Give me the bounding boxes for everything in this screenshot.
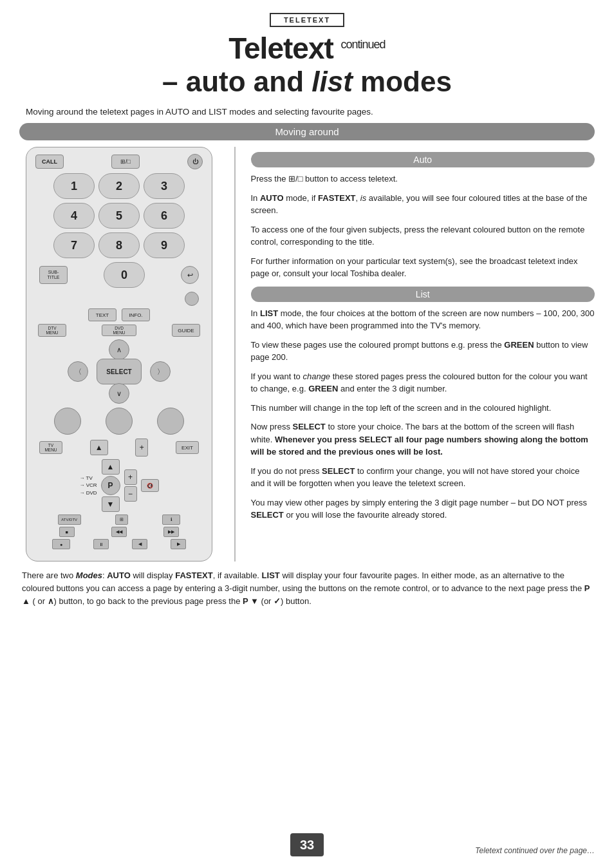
auto-text-section: Press the ⊞/□ button to access teletext.… (251, 173, 595, 280)
right-column: Auto Press the ⊞/□ button to access tele… (251, 147, 595, 561)
moving-around-banner: Moving around (19, 123, 595, 140)
return-button[interactable]: ↩ (181, 266, 199, 284)
nav-cross: ∧ 〈 SELECT 〉 ∨ (68, 339, 171, 404)
up-arrow-button[interactable]: ▲ (90, 440, 108, 455)
num-6-button[interactable]: 6 (144, 203, 185, 229)
teletext-label: TELETEXT (19, 13, 595, 27)
auto-para-2: In AUTO mode, if FASTEXT, is available, … (251, 192, 595, 217)
list-para-4: This number will change in the top left … (251, 402, 595, 415)
nav-up-button[interactable]: ∧ (109, 339, 129, 360)
num-3-button[interactable]: 3 (144, 173, 185, 199)
vcr-labels: → TV → VCR → DVD (79, 475, 97, 496)
info-button[interactable]: INFO. (122, 308, 150, 321)
num-9-button[interactable]: 9 (144, 232, 185, 258)
list-para-1: In LIST mode, the four choices at the bo… (251, 307, 595, 332)
atv-dtv-button[interactable]: ATV/DTV (58, 514, 81, 525)
circle-btn-2[interactable] (106, 408, 133, 435)
plus-button[interactable]: + (135, 439, 148, 457)
tv-menu-button[interactable]: TVMENU (39, 441, 62, 454)
list-banner: List (251, 287, 595, 302)
select-button[interactable]: SELECT (97, 359, 142, 384)
auto-para-4: For further information on your particul… (251, 255, 595, 280)
circle-btn-3[interactable] (157, 408, 184, 435)
num-0-button[interactable]: 0 (104, 262, 145, 288)
p-button[interactable]: P (101, 476, 120, 495)
title-line1: Teletext continued (19, 31, 595, 66)
info-btn2[interactable]: ℹ (162, 514, 180, 525)
list-para-7: You may view other pages by simply enter… (251, 496, 595, 522)
vol-up-button[interactable]: + (124, 469, 137, 485)
p-up-arrow[interactable]: ▲ (102, 459, 120, 475)
vcr-controls: → TV → VCR → DVD ▲ P ▼ + − 🔇 (35, 459, 203, 512)
vol-down-button[interactable]: − (124, 486, 137, 502)
list-para-2: To view these pages use the coloured pro… (251, 339, 595, 364)
prev-button[interactable]: ◀◀ (111, 527, 127, 537)
title-sub: – auto and list modes (162, 66, 452, 97)
auto-para-3: To access one of the four given subjects… (251, 223, 595, 249)
num-8-button[interactable]: 8 (98, 232, 140, 258)
rec-btn[interactable]: ● (52, 539, 70, 549)
mute-button[interactable]: 🔇 (141, 479, 159, 492)
teletext-label-box: TELETEXT (270, 13, 344, 27)
bottom-description: There are two Modes: AUTO will display F… (19, 569, 595, 608)
bottom-row2: ■ ◀◀ ▶▶ (35, 527, 203, 537)
num-2-button[interactable]: 2 (98, 173, 140, 199)
list-para-3: If you want to change these stored pages… (251, 370, 595, 395)
title-line2: – auto and list modes (19, 66, 595, 98)
list-para-6: If you do not press SELECT to confirm yo… (251, 465, 595, 490)
rev-btn[interactable]: ◀ (132, 539, 147, 549)
pause-btn[interactable]: ⏸ (93, 539, 109, 549)
text-button[interactable]: TEXT (88, 308, 116, 321)
two-col-layout: CALL ⊞/□ ⏻ 1 2 3 4 5 6 7 8 9 (19, 147, 595, 561)
title-main: Teletext continued (228, 32, 385, 65)
left-column: CALL ⊞/□ ⏻ 1 2 3 4 5 6 7 8 9 (19, 147, 219, 561)
num-7-button[interactable]: 7 (53, 232, 95, 258)
call-button[interactable]: CALL (35, 155, 64, 169)
auto-banner: Auto (251, 152, 595, 167)
stop-button[interactable]: ■ (59, 527, 75, 537)
num-1-button[interactable]: 1 (53, 173, 95, 199)
num-4-button[interactable]: 4 (53, 203, 95, 229)
next-button[interactable]: ▶▶ (163, 527, 179, 537)
dtv-menu-button[interactable]: DTVMENU (38, 324, 66, 337)
tv-menu-exit-row: TVMENU ▲ + EXIT (35, 439, 203, 457)
text-info-row: TEXT INFO. (35, 308, 203, 321)
subtitle-button[interactable]: SUB-TITLE (39, 266, 68, 284)
column-divider (234, 147, 236, 561)
main-title: Teletext continued – auto and list modes (19, 31, 595, 98)
list-para-5: Now press SELECT to store your choice. T… (251, 420, 595, 458)
nav-right-button[interactable]: 〉 (150, 361, 171, 382)
page-number: 33 (290, 833, 324, 856)
page-wrapper: TELETEXT Teletext continued – auto and l… (0, 0, 614, 868)
nav-down-button[interactable]: ∨ (109, 383, 129, 404)
p-down-arrow[interactable]: ▼ (102, 496, 120, 512)
auto-para-1: Press the ⊞/□ button to access teletext. (251, 173, 595, 185)
remote-control: CALL ⊞/□ ⏻ 1 2 3 4 5 6 7 8 9 (26, 147, 212, 561)
fwd-btn[interactable]: ▶ (171, 539, 186, 549)
list-text-section: In LIST mode, the four choices at the bo… (251, 307, 595, 522)
dvd-menu-button[interactable]: DVDMENU (102, 325, 136, 336)
num-5-button[interactable]: 5 (98, 203, 140, 229)
dual-button[interactable]: ⊞/□ (111, 155, 140, 169)
exit-button[interactable]: EXIT (176, 441, 199, 454)
nav-left-button[interactable]: 〈 (68, 361, 88, 382)
teletext-btn[interactable]: ⊞ (115, 514, 128, 525)
bottom-row1: ATV/DTV ⊞ ℹ (35, 514, 203, 525)
number-grid: 1 2 3 4 5 6 7 8 9 (35, 173, 203, 258)
remote-top-row: CALL ⊞/□ ⏻ (35, 154, 203, 169)
small-circle-button[interactable] (185, 292, 199, 306)
subtitle-zero-row: SUB-TITLE 0 ↩ (35, 262, 203, 288)
dtv-guide-row: DTVMENU DVDMENU GUIDE (35, 324, 203, 337)
three-circle-row (35, 408, 203, 435)
power-button[interactable]: ⏻ (187, 154, 203, 169)
circle-btn-1[interactable] (54, 408, 81, 435)
bottom-row3: ● ⏸ ◀ ▶ (35, 539, 203, 549)
footer-note: Teletext continued over the page… (475, 846, 595, 855)
subtitle-text: Moving around the teletext pages in AUTO… (19, 107, 595, 117)
guide-button[interactable]: GUIDE (172, 324, 200, 337)
